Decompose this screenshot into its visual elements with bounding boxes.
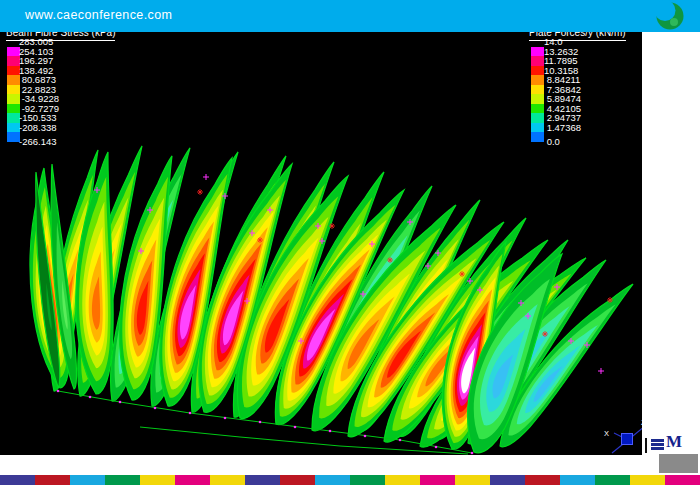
footer-square-indigo bbox=[490, 475, 525, 485]
footer-square-green bbox=[350, 475, 385, 485]
footer-square-yellow bbox=[455, 475, 490, 485]
frame-node-dot bbox=[224, 417, 227, 420]
footer-square-cyan bbox=[560, 475, 595, 485]
logo-gray-block bbox=[659, 454, 698, 473]
node-star-marker bbox=[197, 189, 203, 195]
logo-bar-icon bbox=[651, 439, 664, 442]
footer-square-indigo bbox=[0, 475, 35, 485]
legend-color-chip bbox=[531, 47, 544, 57]
legend-color-chip bbox=[531, 132, 544, 142]
conference-swirl-logo-icon bbox=[646, 0, 700, 32]
conference-url-link[interactable]: www.caeconference.com bbox=[25, 8, 172, 22]
frame-node-dot bbox=[294, 426, 297, 429]
footer-square-magenta bbox=[420, 475, 455, 485]
frame-node-dot bbox=[154, 407, 157, 410]
node-cross-marker bbox=[203, 174, 209, 180]
footer-square-cyan bbox=[315, 475, 350, 485]
legend-values: 283.005254.103196.297138.492 80.6873 22.… bbox=[19, 37, 59, 147]
legend-value: -266.143 bbox=[19, 137, 59, 147]
logo-bar-icon bbox=[651, 443, 664, 446]
frame-node-dot bbox=[329, 430, 332, 433]
legend-value: 1.47368 bbox=[544, 123, 581, 133]
footer-square-indigo bbox=[245, 475, 280, 485]
footer-square-yellow bbox=[140, 475, 175, 485]
legend-color-chip bbox=[531, 94, 544, 104]
node-cross-marker bbox=[598, 368, 604, 374]
legend-beam-stress: Beam Fibre Stress (kPa) 283.005254.10319… bbox=[6, 32, 124, 41]
footer-square-magenta bbox=[665, 475, 700, 485]
legend-color-chip bbox=[531, 113, 544, 123]
footer-color-bar bbox=[0, 475, 700, 485]
frame-node-dot bbox=[89, 396, 92, 399]
legend-color-chip bbox=[531, 123, 544, 133]
frame-node-dot bbox=[259, 421, 262, 424]
header-bar: www.caeconference.com bbox=[0, 0, 700, 32]
axis-cube-icon bbox=[622, 434, 633, 445]
footer-square-yellow bbox=[630, 475, 665, 485]
logo-divider-line bbox=[645, 438, 647, 453]
legend-color-chip bbox=[531, 104, 544, 114]
frame-node-dot bbox=[57, 390, 60, 393]
footer-square-cyan bbox=[70, 475, 105, 485]
legend-color-chip bbox=[531, 75, 544, 85]
frame-node-dot bbox=[399, 439, 402, 442]
footer-square-red bbox=[280, 475, 315, 485]
legend-color-chip bbox=[531, 66, 544, 76]
frame-node-dot bbox=[119, 401, 122, 404]
axis-label-z: Z bbox=[641, 418, 642, 427]
footer-square-magenta bbox=[175, 475, 210, 485]
legend-value: 0.0 bbox=[544, 137, 581, 147]
footer-square-yellow bbox=[210, 475, 245, 485]
footer-square-green bbox=[105, 475, 140, 485]
axis-label-x: X bbox=[604, 429, 609, 438]
axis-triad: Z X bbox=[604, 418, 642, 453]
logo-bar-icon bbox=[651, 447, 664, 450]
leaf-panels bbox=[22, 142, 641, 455]
legend-value: -208.338 bbox=[19, 123, 59, 133]
frame-node-dot bbox=[435, 446, 438, 449]
legend-color-chip bbox=[531, 56, 544, 66]
legend-values: 14.013.263211.789510.3158 8.84211 7.3684… bbox=[544, 37, 581, 147]
footer-square-red bbox=[35, 475, 70, 485]
slide-root: Z X Beam Fibre Stress (kPa) 283.005254.1… bbox=[0, 0, 700, 485]
legend-color-chip bbox=[531, 85, 544, 95]
frame-node-dot bbox=[471, 452, 474, 455]
frame-node-dot bbox=[189, 412, 192, 415]
frame-node-dot bbox=[364, 435, 367, 438]
viewport-3d[interactable]: Z X Beam Fibre Stress (kPa) 283.005254.1… bbox=[0, 32, 642, 455]
legend-color-scale bbox=[531, 47, 544, 142]
footer-square-red bbox=[525, 475, 560, 485]
footer-square-yellow bbox=[385, 475, 420, 485]
legend-plate-forces: Plate Forces/y (kN/m) 14.013.263211.7895… bbox=[529, 32, 642, 41]
partner-logo-mark: M bbox=[666, 432, 682, 452]
footer-square-green bbox=[595, 475, 630, 485]
frame-beam bbox=[140, 427, 468, 454]
